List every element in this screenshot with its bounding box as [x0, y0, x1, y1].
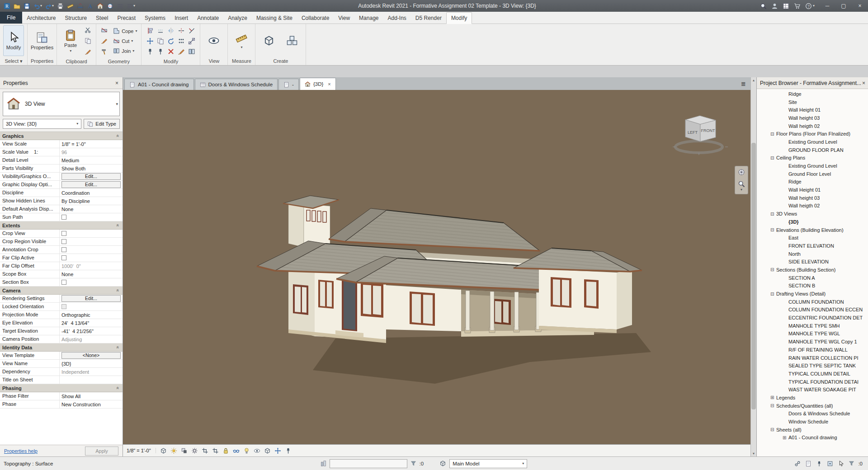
dropdown-caret-icon[interactable]	[135, 29, 137, 33]
paste-button[interactable]: Paste	[60, 26, 81, 56]
house-3d-model[interactable]	[123, 90, 750, 444]
crop-view-icon[interactable]	[200, 446, 210, 456]
browser-item[interactable]: R/F OF RETAINING WALL	[757, 346, 868, 354]
browser-item[interactable]: Existing Ground Level	[757, 162, 868, 170]
property-row[interactable]: Phase Filter Show All	[0, 392, 123, 400]
close-icon[interactable]	[861, 80, 866, 86]
property-row[interactable]: Discipline Coordination	[0, 189, 123, 197]
property-row[interactable]: Dependency Independent	[0, 368, 123, 376]
copy-icon[interactable]	[155, 36, 165, 46]
cut-to-clipboard-icon[interactable]	[83, 25, 93, 35]
checkbox[interactable]	[61, 247, 66, 252]
checkbox[interactable]	[61, 280, 66, 285]
browser-item[interactable]: ⊟ Ceiling Plans	[757, 154, 868, 162]
viewport-scrollbar[interactable]	[750, 77, 756, 456]
align-icon[interactable]	[145, 25, 155, 36]
property-value[interactable]: None	[60, 205, 123, 213]
property-value[interactable]: Edit...	[60, 295, 123, 302]
property-value[interactable]	[60, 213, 123, 221]
search-icon[interactable]	[760, 3, 767, 9]
visual-style-icon[interactable]	[158, 446, 169, 456]
dropdown-caret-icon[interactable]	[40, 4, 42, 8]
edit-button[interactable]: Edit...	[61, 295, 121, 302]
browser-item[interactable]: Existing Ground Level	[757, 138, 868, 146]
browser-item[interactable]: Site	[757, 98, 868, 106]
property-row[interactable]: Crop Region Visible	[0, 238, 123, 246]
rotate-icon[interactable]	[165, 36, 176, 46]
tree-expander-icon[interactable]: ⊟	[770, 403, 776, 408]
view-scale-button[interactable]: 1/8" = 1'-0"	[125, 448, 156, 453]
section-collapse-icon[interactable]	[117, 133, 123, 138]
property-value[interactable]: Medium	[60, 156, 123, 164]
match-icon[interactable]	[176, 46, 186, 56]
property-row[interactable]: Camera Position Adjusting	[0, 335, 123, 343]
tab-precast[interactable]: Precast	[113, 13, 140, 24]
join-geometry-button[interactable]: Join	[112, 47, 138, 56]
split-icon[interactable]	[176, 25, 186, 36]
drag-on-selection-icon[interactable]	[836, 459, 845, 468]
unpin-icon[interactable]	[155, 46, 165, 56]
tab-manage[interactable]: Manage	[354, 13, 383, 24]
scroll-up-icon[interactable]	[751, 77, 756, 83]
browser-item[interactable]: ⊟ Floor Plans (Floor Plan FInalized)	[757, 130, 868, 138]
tab-d5-render[interactable]: D5 Render	[411, 13, 446, 24]
property-value[interactable]: Orthographic	[60, 311, 123, 319]
browser-item[interactable]: ⊟ Drafting Views (Detail)	[757, 290, 868, 298]
aligned-dimension-icon[interactable]	[76, 1, 85, 10]
design-options-icon[interactable]	[439, 459, 447, 468]
highlight-displacement-icon[interactable]	[273, 446, 283, 456]
property-value[interactable]: Adjusting	[60, 335, 123, 343]
browser-item[interactable]: ⊟ Elevations (Building Elevation)	[757, 226, 868, 234]
tab-structure[interactable]: Structure	[60, 13, 91, 24]
apply-button[interactable]: Apply	[85, 446, 118, 456]
property-value[interactable]: {3D}	[60, 360, 123, 367]
property-value[interactable]	[60, 230, 123, 237]
trim-extend-icon[interactable]	[186, 25, 197, 36]
tab-architecture[interactable]: Architecture	[22, 13, 60, 24]
browser-item[interactable]: Ridge	[757, 178, 868, 186]
property-value[interactable]: None	[60, 270, 123, 278]
tree-expander-icon[interactable]: ⊟	[770, 291, 776, 296]
tree-expander-icon[interactable]: ⊟	[770, 227, 776, 232]
app-store-icon[interactable]	[783, 3, 789, 9]
browser-item[interactable]: FRONT ELEVATION	[757, 242, 868, 250]
copy-to-clipboard-icon[interactable]	[83, 36, 93, 46]
browser-item[interactable]: ⊟ Schedules/Quantities (all)	[757, 402, 868, 410]
mirror-icon[interactable]	[165, 25, 176, 36]
design-options-combo[interactable]: Main Model	[449, 459, 527, 468]
property-row[interactable]: Rendering Settings Edit...	[0, 295, 123, 303]
edit-button[interactable]: <None>	[61, 352, 121, 359]
section-collapse-icon[interactable]	[117, 345, 123, 350]
browser-item[interactable]: Wall heigth 02	[757, 122, 868, 130]
property-row[interactable]: Section Box	[0, 278, 123, 287]
tree-expander-icon[interactable]: ⊞	[770, 395, 776, 400]
delete-icon[interactable]	[165, 46, 176, 56]
browser-item[interactable]: COLUMN FOUNDATION ECCEN	[757, 306, 868, 314]
close-button[interactable]: ×	[852, 0, 868, 12]
property-row[interactable]: View Name {3D}	[0, 360, 123, 368]
browser-item[interactable]: WAST WATER SOAKAGE PIT	[757, 385, 868, 394]
tab-massing-site[interactable]: Massing & Site	[252, 13, 297, 24]
browser-item[interactable]: Wall Height 01	[757, 186, 868, 194]
property-row[interactable]: Locked Orientation	[0, 303, 123, 311]
property-row[interactable]: Far Clip Offset 1000' 0"	[0, 262, 123, 270]
steering-wheel-icon[interactable]	[738, 169, 745, 176]
view-cube[interactable]: LEFT FRONT	[672, 113, 731, 156]
dropdown-caret-icon[interactable]	[813, 4, 815, 8]
show-crop-region-icon[interactable]	[210, 446, 221, 456]
browser-item[interactable]: TYPICAL FOUNDATION DETAI	[757, 378, 868, 386]
scale-icon[interactable]	[186, 36, 197, 46]
scroll-down-icon[interactable]	[751, 451, 756, 456]
browser-item[interactable]: TYPICAL COLUMN DETAIL	[757, 370, 868, 378]
browser-item[interactable]: ECCENTRIC FOUNDATION DET	[757, 314, 868, 322]
property-value[interactable]	[60, 376, 123, 384]
properties-help-link[interactable]: Properties help	[4, 448, 38, 454]
property-value[interactable]: 1000' 0"	[60, 262, 123, 270]
cut-profile-icon[interactable]	[99, 25, 109, 35]
revit-app-icon[interactable]	[3, 1, 11, 10]
property-row[interactable]: Extents	[0, 221, 123, 230]
minimize-button[interactable]: ─	[819, 0, 835, 12]
property-value[interactable]: 1/8" = 1'-0"	[60, 140, 123, 148]
filter-icon[interactable]	[847, 459, 856, 468]
property-row[interactable]: Camera	[0, 287, 123, 295]
